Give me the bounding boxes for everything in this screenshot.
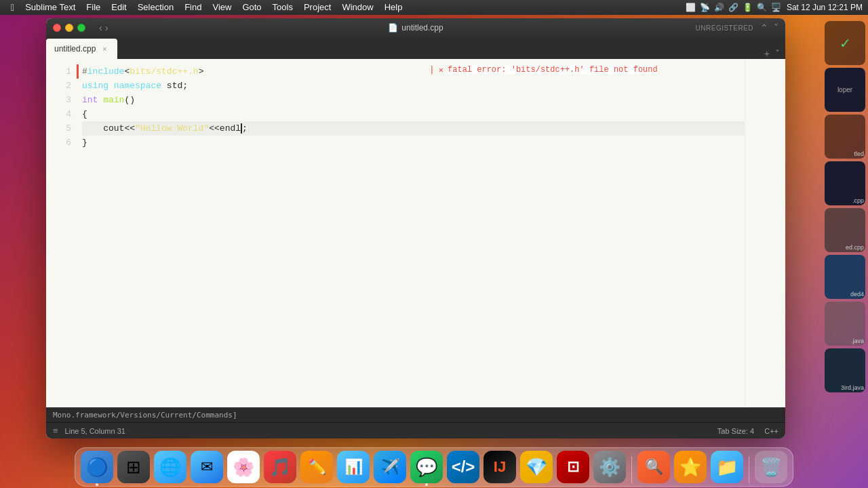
dock-testflight[interactable]: ✈️ xyxy=(374,451,406,483)
close-button[interactable] xyxy=(53,24,61,32)
menubar-edit[interactable]: Edit xyxy=(106,0,132,15)
dock-safari[interactable]: 🌐 xyxy=(154,451,186,483)
error-marker: | xyxy=(429,64,435,75)
status-position[interactable]: Line 5, Column 31 xyxy=(65,427,125,435)
tab-bar: untitled.cpp × + ˅ xyxy=(46,37,785,59)
dock-whatsapp[interactable]: 💬 xyxy=(410,451,443,483)
panel-item-5[interactable]: ded4 xyxy=(825,255,865,299)
menubar-selection[interactable]: Selection xyxy=(132,0,179,15)
menubar-goto[interactable]: Goto xyxy=(237,0,267,15)
dock-proxyman[interactable]: 🔍 xyxy=(637,451,670,483)
menubar-tools[interactable]: Tools xyxy=(267,0,298,15)
line-num-5: 5 xyxy=(66,121,71,136)
error-message: fatal error: 'bits/stdc++.h' file not fo… xyxy=(448,65,658,75)
panel-item-3[interactable]: .cpp xyxy=(825,161,865,205)
tab-close-button[interactable]: × xyxy=(100,44,109,54)
apple-menu[interactable]:  xyxy=(5,2,20,13)
menubar:  Sublime Text File Edit Selection Find … xyxy=(0,0,868,15)
menubar-icons: ⬜📡🔊🔗🔋🔍🖥️ xyxy=(686,3,781,12)
menubar-help[interactable]: Help xyxy=(379,0,408,15)
right-panel: ✓ loper tled .cpp ed.cpp ded4 .java 3ird… xyxy=(822,18,868,413)
sublime-window: ‹ › 📄 untitled.cpp UNREGISTERED ⌃ ˅ unti… xyxy=(46,18,785,439)
dock-files[interactable]: 📁 xyxy=(711,451,743,483)
status-icon: ≡ xyxy=(53,426,58,436)
status-bar: ≡ Line 5, Column 31 Tab Size: 4 C++ xyxy=(46,422,785,439)
file-icon: 📄 xyxy=(388,23,398,33)
line-num-1: 1 xyxy=(66,64,71,79)
line-num-2: 2 xyxy=(66,79,71,93)
title-bar-unregistered: UNREGISTERED xyxy=(696,24,753,32)
menubar-window[interactable]: Window xyxy=(336,0,378,15)
tab-bar-controls: + ˅ xyxy=(764,48,785,59)
error-x: ✕ xyxy=(439,65,443,75)
panel-item-6[interactable]: .java xyxy=(825,302,865,346)
code-line-2: using namespace std; xyxy=(82,79,745,93)
dock-intellij[interactable]: IJ xyxy=(484,451,516,483)
code-line-4: { xyxy=(82,107,745,121)
dock-launchpad[interactable]: ⊞ xyxy=(117,451,150,483)
traffic-lights xyxy=(53,24,85,32)
error-badge: | ✕ fatal error: 'bits/stdc++.h' file no… xyxy=(429,64,658,75)
line-numbers: 1 2 3 4 5 6 xyxy=(46,59,77,407)
panel-check-icon[interactable]: ✓ xyxy=(825,21,865,65)
title-bar-nav: ‹ › xyxy=(99,22,108,33)
tab-chevron-button[interactable]: ˅ xyxy=(775,48,780,59)
dock-pages[interactable]: ✏️ xyxy=(300,451,333,483)
editor-area: 1 2 3 4 5 6 | ✕ fatal error: 'bits/stdc+… xyxy=(46,59,785,407)
window-title: untitled.cpp xyxy=(401,23,443,33)
dock-photos[interactable]: 🌸 xyxy=(227,451,260,483)
status-language[interactable]: C++ xyxy=(764,427,778,435)
panel-item-7[interactable]: 3ird.java xyxy=(825,348,865,392)
dock-vscode[interactable]: </> xyxy=(447,451,479,483)
code-line-3: int main() xyxy=(82,93,745,107)
menubar-file[interactable]: File xyxy=(81,0,106,15)
panel-item-2[interactable]: tled xyxy=(825,115,865,159)
line-num-4: 4 xyxy=(66,107,71,121)
status-right: Tab Size: 4 C++ xyxy=(717,427,778,435)
tab-add-button[interactable]: + xyxy=(764,48,770,59)
status-tab-size[interactable]: Tab Size: 4 xyxy=(717,427,754,435)
code-line-6: } xyxy=(82,136,745,150)
dock-system-prefs[interactable]: ⚙️ xyxy=(593,451,626,483)
minimize-button[interactable] xyxy=(65,24,73,32)
line-num-6: 6 xyxy=(66,136,71,150)
code-editor[interactable]: | ✕ fatal error: 'bits/stdc++.h' file no… xyxy=(77,59,745,407)
forward-arrow[interactable]: › xyxy=(105,22,108,33)
expand-icon[interactable]: ⌃ xyxy=(760,22,768,33)
dock-mail[interactable]: ✉ xyxy=(191,451,223,483)
tab-label: untitled.cpp xyxy=(54,44,96,54)
dock: 🔵 ⊞ 🌐 ✉ 🌸 🎵 ✏️ 📊 ✈️ xyxy=(75,447,793,487)
menubar-find[interactable]: Find xyxy=(179,0,207,15)
dock-sketch[interactable]: 💎 xyxy=(520,451,553,483)
collapse-icon[interactable]: ˅ xyxy=(774,22,778,33)
back-arrow[interactable]: ‹ xyxy=(99,22,102,33)
path-text: Mono.framework/Versions/Current/Commands… xyxy=(53,411,237,420)
menubar-sublime[interactable]: Sublime Text xyxy=(20,0,81,15)
dock-finder[interactable]: 🔵 xyxy=(81,451,113,483)
path-bar: Mono.framework/Versions/Current/Commands… xyxy=(46,407,785,422)
panel-item-1[interactable]: loper xyxy=(825,68,865,112)
title-bar: ‹ › 📄 untitled.cpp UNREGISTERED ⌃ ˅ xyxy=(46,18,785,37)
menubar-view[interactable]: View xyxy=(207,0,237,15)
dock-music[interactable]: 🎵 xyxy=(264,451,296,483)
dock-keynote[interactable]: 📊 xyxy=(337,451,370,483)
menubar-datetime: Sat 12 Jun 12:21 PM xyxy=(787,3,863,12)
dock-divider2 xyxy=(749,456,749,483)
dock-parallels[interactable]: ⊡ xyxy=(557,451,589,483)
desktop: ‹ › 📄 untitled.cpp UNREGISTERED ⌃ ˅ unti… xyxy=(0,15,868,488)
dock-reeder[interactable]: ⭐ xyxy=(674,451,707,483)
maximize-button[interactable] xyxy=(77,24,85,32)
menubar-project[interactable]: Project xyxy=(298,0,336,15)
title-bar-center: 📄 untitled.cpp xyxy=(388,23,443,33)
line-num-3: 3 xyxy=(66,93,71,107)
dock-divider xyxy=(631,456,632,483)
code-line-5: cout<<"Hellow World"<<endl; xyxy=(82,121,745,136)
dock-trash[interactable]: 🗑️ xyxy=(755,451,787,483)
panel-item-4[interactable]: ed.cpp xyxy=(825,208,865,252)
minimap xyxy=(745,59,785,407)
tab-untitled-cpp[interactable]: untitled.cpp × xyxy=(46,39,117,59)
